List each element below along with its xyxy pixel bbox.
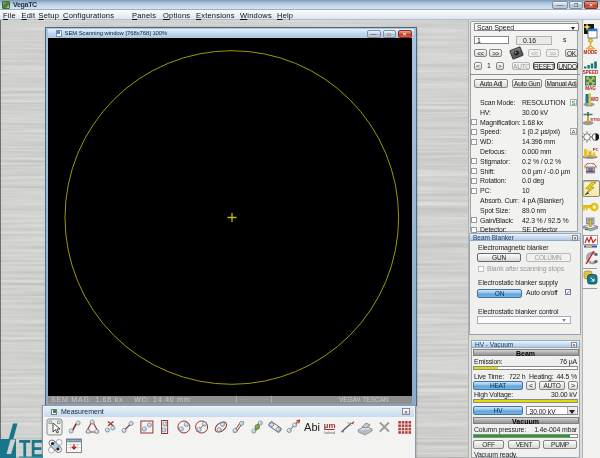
svg-text:WD: WD — [591, 97, 599, 102]
svg-text:STIG: STIG — [590, 117, 600, 122]
svg-text:MODE: MODE — [584, 50, 598, 55]
svg-text:PC: PC — [593, 147, 599, 152]
svg-text:TE: TE — [19, 435, 43, 458]
svg-text:SPEED: SPEED — [583, 70, 598, 75]
svg-text:MAG: MAG — [585, 86, 596, 91]
svg-text:µm: µm — [324, 421, 336, 430]
svg-text:kolned: kolned — [325, 431, 335, 435]
svg-text:Abi: Abi — [304, 421, 320, 433]
